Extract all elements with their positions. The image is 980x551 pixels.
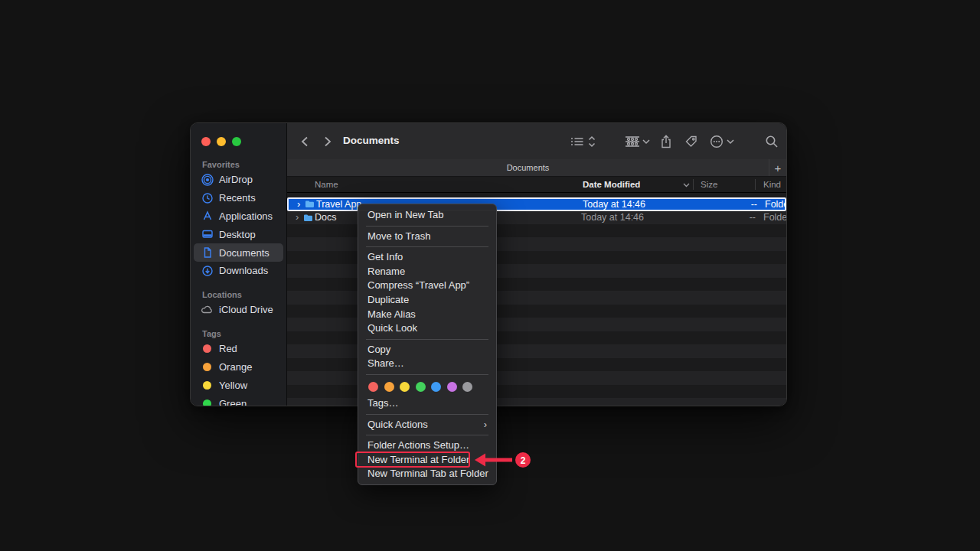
file-kind: Folder [763,211,787,225]
sidebar-item-label: Red [219,343,237,354]
menu-item-duplicate[interactable]: Duplicate [358,293,496,308]
disclosure-chevron-icon[interactable]: › [297,199,300,210]
tag-icon[interactable] [682,132,701,151]
sidebar-item-label: iCloud Drive [219,304,273,315]
menu-item-copy[interactable]: Copy [358,343,496,357]
red-tag-icon [203,344,211,353]
sidebar-item-label: Documents [219,247,270,259]
menu-separator [358,432,496,439]
menu-item-tags[interactable]: Tags… [358,396,496,411]
menu-item-get-info[interactable]: Get Info [358,250,496,265]
folder-icon [303,214,313,224]
sidebar-item-label: Desktop [219,229,256,240]
menu-item-quick-actions[interactable]: Quick Actions › [358,418,496,432]
window-title: Documents [343,135,400,146]
new-tab-button[interactable]: + [769,159,786,176]
menu-item-move-to-trash[interactable]: Move to Trash [358,230,496,244]
applications-icon [201,210,214,222]
cloud-icon [201,304,214,316]
desktop-icon [201,228,214,240]
column-header-date-modified[interactable]: Date Modified [583,177,640,193]
menu-item-rename[interactable]: Rename [358,265,496,279]
sidebar-item-tag-green[interactable]: Green [194,394,283,406]
green-tag-icon [203,399,211,406]
tag-dot-orange-icon[interactable] [384,382,394,392]
minimize-button[interactable] [217,137,226,146]
sidebar-item-label: Orange [219,361,252,373]
submenu-chevron-icon: › [484,418,487,432]
tag-dot-green-icon[interactable] [416,382,426,392]
column-divider[interactable] [693,179,694,190]
group-chevron-down-icon[interactable] [642,132,651,151]
file-kind: Folder [765,199,787,210]
annotation-highlight-box [355,452,470,468]
sidebar-item-label: Recents [219,192,256,204]
share-icon[interactable] [657,132,675,151]
tags-section-label: Tags [202,329,221,338]
sidebar-item-label: Green [219,398,247,406]
column-header-name[interactable]: Name [315,177,338,193]
sort-chevrons-icon[interactable] [586,132,597,151]
yellow-tag-icon [203,381,211,390]
menu-separator [358,411,496,418]
menu-item-label: Move to Trash [368,230,430,244]
group-view-icon[interactable] [622,132,642,151]
menu-item-make-alias[interactable]: Make Alias [358,308,496,322]
more-options-icon[interactable] [707,132,726,151]
column-header-size[interactable]: Size [701,177,717,193]
column-divider[interactable] [755,179,756,190]
menu-item-label: Quick Actions [368,418,428,432]
menu-separator [358,371,496,378]
sidebar-item-documents[interactable]: Documents [194,243,283,262]
menu-item-quick-look[interactable]: Quick Look [358,321,496,336]
column-header-row: Name Date Modified Size Kind [287,177,786,193]
list-view-icon[interactable] [568,132,586,151]
desktop-background: Favorites AirDrop Recents [0,0,980,551]
tab-documents[interactable]: Documents [287,159,769,176]
plus-icon: + [775,161,782,174]
back-button[interactable] [296,133,313,150]
search-icon[interactable] [763,132,781,151]
file-size: -- [711,199,757,210]
close-button[interactable] [201,137,211,146]
file-name: Docs [315,211,336,225]
airdrop-icon [201,174,214,186]
sidebar: Favorites AirDrop Recents [191,123,287,406]
more-chevron-down-icon[interactable] [726,132,735,151]
menu-tag-color-row [358,378,496,396]
menu-separator [358,223,496,230]
forward-button[interactable] [319,133,336,150]
clock-icon [201,192,214,204]
file-date-modified: Today at 14:46 [583,199,645,210]
menu-item-label: Tags… [368,396,398,411]
tag-dot-yellow-icon[interactable] [400,382,410,392]
menu-separator [358,336,496,343]
sidebar-item-desktop[interactable]: Desktop [194,225,283,243]
sidebar-item-airdrop[interactable]: AirDrop [194,171,283,189]
sidebar-item-tag-orange[interactable]: Orange [194,358,283,377]
tag-dot-gray-icon[interactable] [462,382,472,392]
menu-item-share[interactable]: Share… [358,357,496,371]
sidebar-item-tag-red[interactable]: Red [194,340,283,358]
menu-item-compress[interactable]: Compress “Travel App” [358,279,496,293]
sidebar-item-applications[interactable]: Applications [194,207,283,226]
tab-bar: Documents + [287,159,786,177]
window-controls [201,137,241,146]
sidebar-item-tag-yellow[interactable]: Yellow [194,377,283,395]
zoom-button[interactable] [232,137,241,146]
sidebar-item-recents[interactable]: Recents [194,189,283,207]
tag-dot-purple-icon[interactable] [447,382,457,392]
sort-chevron-down-icon[interactable] [683,177,690,193]
tag-dot-blue-icon[interactable] [431,382,441,392]
file-name: Travel App [316,199,361,210]
tag-dot-red-icon[interactable] [368,382,378,392]
menu-item-open-in-new-tab[interactable]: Open in New Tab [358,208,496,223]
sidebar-item-downloads[interactable]: Downloads [194,262,283,280]
annotation-step-number: 2 [521,455,526,466]
sidebar-item-icloud-drive[interactable]: iCloud Drive [194,301,283,319]
file-size: -- [710,211,756,225]
menu-item-label: Duplicate [368,293,409,308]
column-header-kind[interactable]: Kind [763,177,781,193]
menu-item-label: Open in New Tab [368,208,444,223]
disclosure-chevron-icon[interactable]: › [296,211,299,224]
